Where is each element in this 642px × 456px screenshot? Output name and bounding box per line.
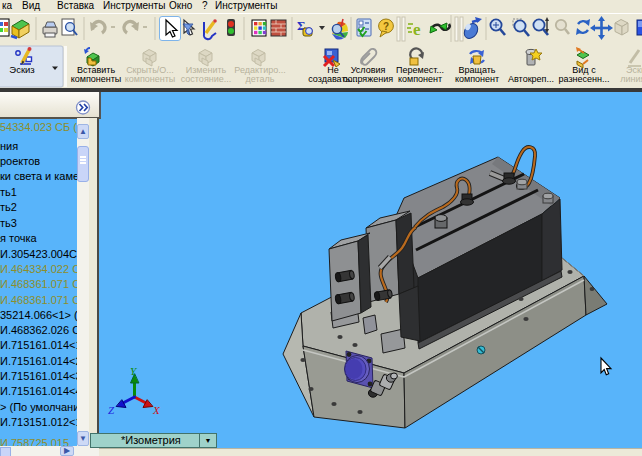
svg-text:X: X bbox=[152, 404, 161, 416]
svg-text:?: ? bbox=[383, 21, 389, 32]
svg-text:Z: Z bbox=[108, 404, 115, 416]
svg-text:Y: Y bbox=[130, 365, 138, 377]
svg-text:e: e bbox=[413, 20, 421, 39]
svg-text:Эскиз: Эскиз bbox=[9, 64, 34, 75]
